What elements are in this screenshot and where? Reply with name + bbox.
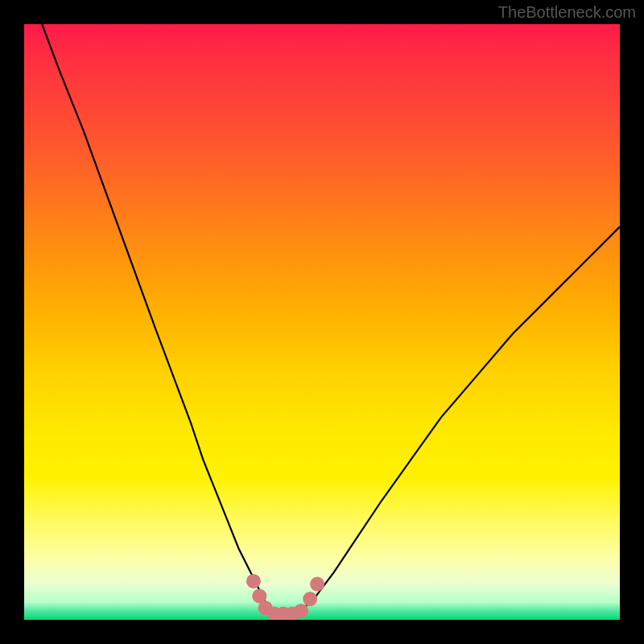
marker-point bbox=[303, 592, 317, 606]
chart-svg bbox=[24, 24, 620, 620]
chart-plot-area bbox=[24, 24, 620, 620]
watermark-text: TheBottleneck.com bbox=[498, 3, 636, 22]
optimal-range-markers bbox=[246, 574, 324, 620]
marker-point bbox=[246, 574, 261, 588]
bottleneck-curve-line bbox=[42, 24, 620, 614]
marker-point bbox=[294, 604, 308, 618]
marker-point bbox=[310, 577, 324, 592]
